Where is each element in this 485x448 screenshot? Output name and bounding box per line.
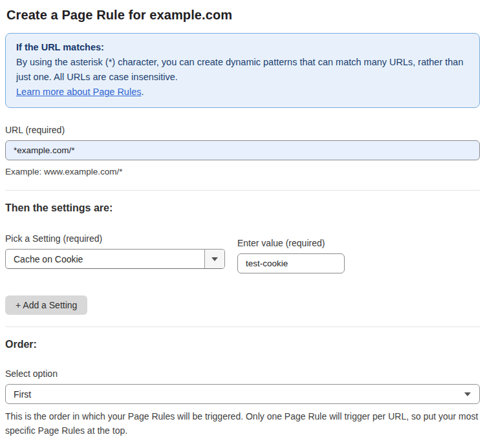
page-title: Create a Page Rule for example.com (6, 8, 480, 23)
setting-value-input[interactable] (237, 253, 345, 273)
info-callout-heading: If the URL matches: (16, 40, 469, 55)
settings-row: Pick a Setting (required) Cache on Cooki… (5, 233, 480, 273)
enter-value-column: Enter value (required) (237, 238, 345, 273)
chevron-down-icon (464, 392, 471, 396)
chevron-down-icon (211, 257, 218, 261)
divider (5, 190, 480, 191)
info-callout-body: By using the asterisk (*) character, you… (16, 55, 469, 85)
dropdown-caret-section[interactable] (204, 250, 224, 268)
order-select[interactable]: First (5, 384, 480, 404)
url-input[interactable] (5, 140, 480, 160)
url-example-helper: Example: www.example.com/* (5, 165, 480, 178)
enter-value-label: Enter value (required) (237, 238, 345, 248)
settings-section-heading: Then the settings are: (5, 202, 480, 214)
add-setting-button[interactable]: + Add a Setting (5, 295, 87, 315)
order-helper-text: This is the order in which your Page Rul… (5, 409, 480, 438)
order-select-label: Select option (5, 368, 480, 379)
pick-setting-dropdown[interactable]: Cache on Cookie (5, 249, 225, 269)
divider (5, 326, 480, 327)
url-field-label: URL (required) (5, 125, 480, 135)
pick-setting-selected-value: Cache on Cookie (6, 250, 204, 268)
pick-setting-label: Pick a Setting (required) (5, 233, 225, 244)
order-selected-value: First (14, 389, 31, 400)
link-period: . (141, 87, 144, 97)
pick-setting-column: Pick a Setting (required) Cache on Cooki… (5, 233, 225, 269)
learn-more-link[interactable]: Learn more about Page Rules (16, 87, 141, 97)
order-section-heading: Order: (5, 339, 480, 350)
info-callout-link-line: Learn more about Page Rules. (16, 85, 469, 100)
url-match-info-callout: If the URL matches: By using the asteris… (5, 33, 480, 108)
